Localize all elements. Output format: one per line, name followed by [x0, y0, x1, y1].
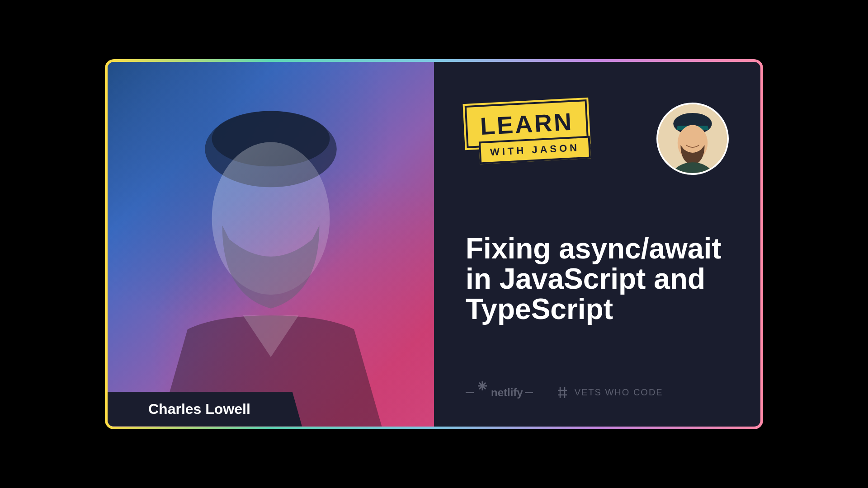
learn-with-jason-logo: LEARN WITH JASON: [466, 103, 601, 170]
guest-name: Charles Lowell: [148, 401, 279, 418]
sponsor-vets-who-code: VETS WHO CODE: [556, 386, 663, 399]
card-inner: Charles Lowell LEARN WITH JASON: [108, 62, 760, 427]
logo-section: LEARN WITH JASON: [466, 103, 729, 175]
host-avatar-image: [658, 104, 727, 173]
host-avatar: [656, 103, 729, 175]
sponsors-row: netlify VETS WHO CODE: [466, 386, 729, 399]
guest-name-label: Charles Lowell: [108, 392, 302, 427]
vets-who-code-label: VETS WHO CODE: [575, 387, 663, 398]
sponsor-netlify: netlify: [466, 386, 533, 399]
info-panel: LEARN WITH JASON: [434, 62, 760, 427]
netlify-label: netlify: [491, 386, 523, 399]
thumbnail-card: Charles Lowell LEARN WITH JASON: [105, 59, 763, 429]
netlify-dash-left-icon: [466, 392, 474, 393]
vets-who-code-icon: [556, 386, 569, 399]
guest-photo: [108, 62, 434, 427]
guest-panel: Charles Lowell: [108, 62, 434, 427]
episode-title: Fixing async/await in JavaScript and Typ…: [466, 234, 729, 325]
netlify-dash-right-icon: [525, 392, 533, 393]
netlify-icon: [476, 386, 489, 399]
guest-silhouette: [132, 80, 410, 427]
